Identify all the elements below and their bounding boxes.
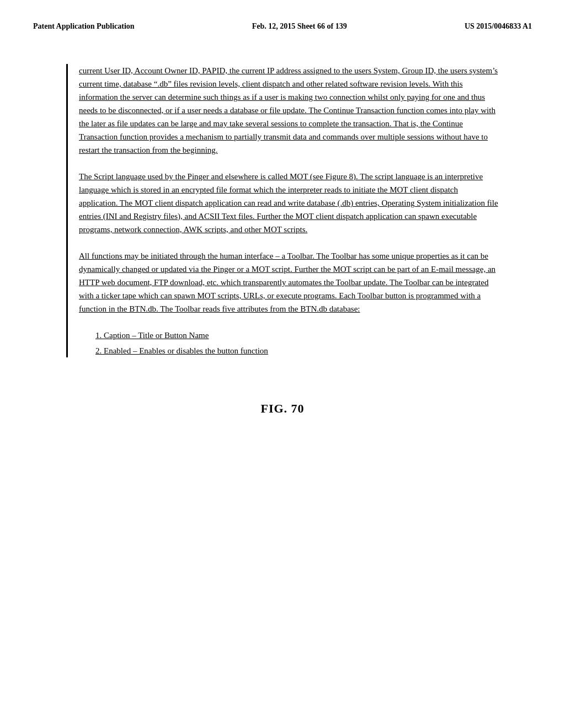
paragraph-3: All functions may be initiated through t… [79, 249, 499, 315]
header-publication-label: Patent Application Publication [33, 22, 135, 31]
content-area: current User ID, Account Owner ID, PAPID… [66, 64, 499, 357]
paragraph-2: The Script language used by the Pinger a… [79, 170, 499, 236]
header-patent-number: US 2015/0046833 A1 [465, 22, 532, 31]
page-header: Patent Application Publication Feb. 12, … [33, 22, 532, 31]
paragraph-1: current User ID, Account Owner ID, PAPID… [79, 64, 499, 157]
header-date-sheet: Feb. 12, 2015 Sheet 66 of 139 [252, 22, 347, 31]
list-item-2: 2. Enabled – Enables or disables the but… [95, 344, 499, 357]
page: Patent Application Publication Feb. 12, … [0, 0, 565, 728]
figure-label: FIG. 70 [33, 402, 532, 416]
list-item-1: 1. Caption – Title or Button Name [95, 329, 499, 342]
